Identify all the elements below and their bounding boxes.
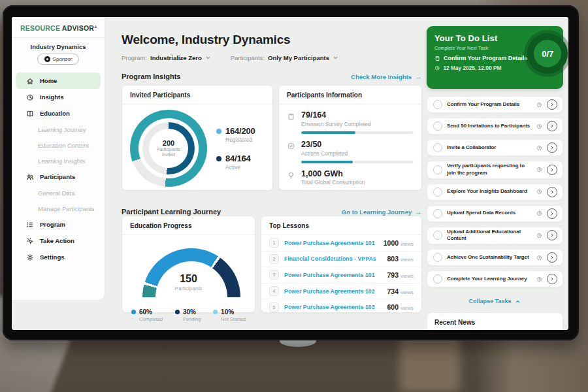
sidebar: RESOURCE ADVISOR+ Industry Dynamics Spon… (12, 17, 105, 300)
task-chevron-button[interactable] (547, 142, 557, 153)
task-clock-icon (536, 255, 542, 261)
task-chevron-button[interactable] (547, 165, 557, 175)
task-upload-spend-data[interactable]: Upload Spend Data Records (427, 205, 563, 222)
go-to-learning-journey-link[interactable]: Go to Learning Journey→ (342, 208, 422, 216)
task-checkbox[interactable] (433, 253, 442, 262)
collapse-tasks-link[interactable]: Collapse Tasks (427, 298, 563, 304)
sidebar-item-education-content[interactable]: Education Content (12, 137, 105, 153)
task-checkbox[interactable] (433, 209, 442, 218)
sidebar-item-take-action[interactable]: Take Action (16, 233, 101, 249)
page-title: Welcome, Industry Dynamics (122, 33, 422, 47)
lesson-link[interactable]: Financial Considerations - VPPAs (284, 255, 382, 262)
program-select[interactable]: Program: Industrialize Zero (122, 54, 211, 61)
legend-dot (213, 310, 218, 314)
task-checkbox[interactable] (433, 100, 442, 109)
sidebar-divider (12, 37, 105, 38)
task-checkbox[interactable] (433, 231, 442, 240)
lesson-link[interactable]: Power Purchase Agreements 102 (284, 288, 382, 295)
settings-icon (26, 253, 34, 261)
consumption-icon (287, 170, 295, 186)
task-confirm-program-details[interactable]: Confirm Your Program Details (427, 96, 563, 113)
task-clock-icon (536, 102, 542, 108)
arrow-right-icon: → (415, 73, 422, 80)
participants-information-card: Participants Information 79/164 Emission… (278, 85, 422, 191)
invited-participants-card: Invited Participants 200 ParticipantsInv… (122, 85, 273, 191)
clipboard-icon (434, 56, 440, 61)
lesson-row: 1 Power Purchase Agreements 101 1000 vie… (261, 235, 421, 252)
logo-resource: RESOURCE (20, 24, 60, 32)
stat-emission-survey: 79/164 Emission Survey Completed (279, 105, 421, 134)
task-chevron-button[interactable] (547, 187, 557, 197)
check-more-insights-link[interactable]: Check More Insights→ (351, 73, 422, 80)
task-checkbox[interactable] (433, 188, 442, 197)
sidebar-item-program[interactable]: Program (16, 216, 101, 233)
task-invite-collaborator[interactable]: Invite a Collaborator (427, 139, 563, 156)
sidebar-item-general-data[interactable]: General Data (12, 185, 105, 201)
sidebar-item-learning-journey[interactable]: Learning Journey (12, 122, 105, 137)
legend-item-completed: 60%Completed (131, 308, 163, 322)
lesson-link[interactable]: Power Purchase Agreements 101 (284, 272, 382, 278)
sponsor-icon (44, 56, 50, 62)
gauge-center-label: Participants (122, 286, 255, 291)
sidebar-item-participants[interactable]: Participants (16, 169, 101, 185)
sidebar-item-insights[interactable]: Insights (16, 89, 101, 105)
top-lessons-card: Top Lessons 1 Power Purchase Agreements … (261, 216, 422, 313)
insights-icon (26, 93, 34, 101)
stat-actions-completed: 23/50 Actions Completed (279, 134, 421, 163)
logo-plus: + (94, 24, 97, 30)
donut-legend: 164/200Registered 84/164Active (216, 126, 255, 171)
learning-journey-header: Participant Learning Journey Go to Learn… (122, 208, 422, 216)
task-clock-icon (536, 189, 542, 195)
task-upload-educational-content[interactable]: Upload Additional Educational Content (427, 227, 563, 245)
section-title: Participant Learning Journey (122, 208, 221, 216)
task-send-invitations[interactable]: Send 50 Invitations to Participants (427, 118, 563, 135)
todo-title: Your To Do List (434, 33, 527, 43)
task-complete-learning-journey[interactable]: Complete Your Learning Journey (427, 270, 563, 287)
program-insights-header: Program Insights Check More Insights→ (122, 73, 422, 80)
task-chevron-button[interactable] (547, 274, 557, 284)
task-chevron-button[interactable] (547, 252, 557, 263)
app-logo: RESOURCE ADVISOR+ (12, 17, 105, 37)
lesson-link[interactable]: Power Purchase Agreements 101 (284, 240, 378, 246)
task-clock-icon (536, 233, 542, 238)
sidebar-item-settings[interactable]: Settings (16, 249, 101, 265)
home-icon (26, 77, 34, 85)
todo-next-task: Confirm Your Program Details (434, 55, 527, 61)
participants-select[interactable]: Participants: Only My Participants (231, 54, 338, 61)
lesson-link[interactable]: Power Purchase Agreements 103 (284, 304, 382, 310)
chevron-up-icon (515, 299, 521, 304)
program-icon (26, 221, 34, 229)
task-chevron-button[interactable] (547, 121, 557, 131)
lesson-rank: 4 (269, 286, 279, 296)
task-chevron-button[interactable] (547, 208, 557, 219)
task-clock-icon (536, 276, 542, 282)
recent-news-title: Recent News (427, 313, 563, 326)
task-explore-insights[interactable]: Explore Your Insights Dashboard (427, 184, 563, 201)
legend-dot (131, 310, 136, 314)
donut-center-value: 200 (163, 139, 174, 147)
task-chevron-button[interactable] (547, 230, 557, 240)
task-checkbox[interactable] (433, 274, 442, 284)
task-chevron-button[interactable] (547, 99, 557, 110)
task-clock-icon (536, 123, 542, 129)
task-achieve-sustainability-target[interactable]: Achieve One Sustainability Target (427, 249, 563, 266)
sidebar-item-manage-participants[interactable]: Manage Participants (12, 201, 105, 216)
lesson-rank: 2 (269, 254, 279, 264)
task-checkbox[interactable] (433, 165, 442, 174)
task-checkbox[interactable] (433, 122, 442, 131)
monitor-bezel: RESOURCE ADVISOR+ Industry Dynamics Spon… (3, 5, 579, 340)
sidebar-item-education[interactable]: Education (16, 105, 101, 122)
task-checkbox[interactable] (433, 143, 442, 152)
sidebar-item-learning-insights[interactable]: Learning Insights (12, 153, 105, 169)
todo-task-list: Confirm Your Program Details Send 50 Inv… (427, 96, 563, 287)
legend-item-not-started: 10%Not Started (213, 308, 246, 322)
task-clock-icon (536, 145, 542, 151)
sidebar-item-home[interactable]: Home (16, 73, 101, 89)
task-clock-icon (536, 210, 542, 216)
task-verify-participants[interactable]: Verify participants requesting to join t… (427, 161, 563, 179)
sponsor-badge-label: Sponsor (53, 56, 73, 62)
lesson-row: 5 Power Purchase Agreements 103 600 view… (261, 299, 421, 315)
logo-advisor: ADVISOR (62, 24, 94, 32)
sponsor-badge[interactable]: Sponsor (37, 54, 79, 65)
legend-dot (216, 156, 221, 161)
